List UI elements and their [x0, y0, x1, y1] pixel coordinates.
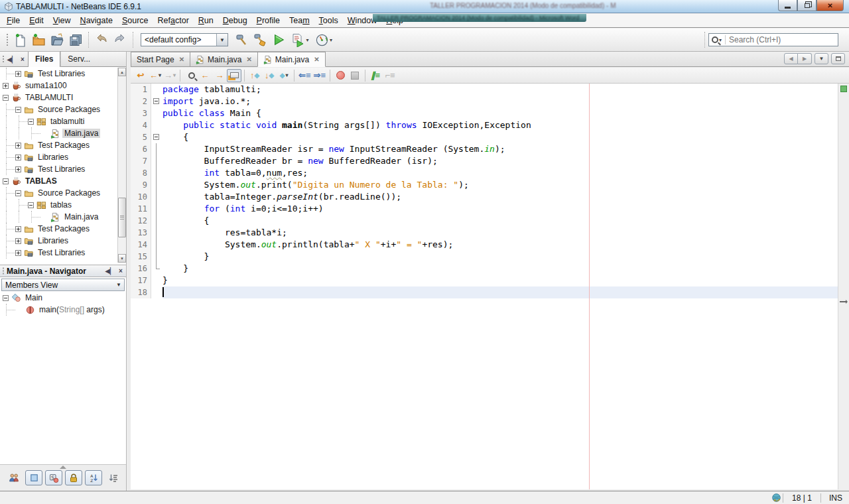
comment-button[interactable]: ∥≡ [368, 69, 383, 82]
code-line-7[interactable]: 7 BufferedReader br = new BufferedReader… [131, 155, 849, 167]
tree-item-node[interactable]: Main [0, 292, 126, 304]
undo-button[interactable] [92, 31, 111, 49]
editor-tab-main-java[interactable]: Main.java✕ [257, 52, 326, 67]
fold-column[interactable] [151, 131, 163, 143]
next-error-button[interactable] [333, 69, 348, 82]
tree-item-libraries[interactable]: Libraries [0, 151, 126, 163]
expand-icon[interactable] [15, 250, 21, 256]
new-project-button[interactable] [29, 31, 48, 49]
save-all-button[interactable] [66, 31, 85, 49]
shift-left-button[interactable]: ⇐≡ [297, 69, 312, 82]
menu-refactor[interactable]: Refactor [153, 14, 194, 27]
tree-item-tablas[interactable]: tablas [0, 199, 126, 211]
menu-file[interactable]: File [2, 14, 25, 27]
show-static-members-button[interactable] [45, 470, 62, 485]
open-project-button[interactable] [48, 31, 66, 49]
config-dropdown-arrow-icon[interactable]: ▼ [216, 34, 228, 46]
code-line-4[interactable]: 4 public static void main(String args[])… [131, 119, 849, 131]
code-text[interactable] [163, 286, 849, 298]
code-line-5[interactable]: 5 { [131, 131, 849, 143]
redo-button[interactable] [111, 31, 129, 49]
previous-bookmark-button[interactable]: ↑◆ [247, 69, 262, 82]
code-text[interactable]: for (int i=0;i<=10;i++) [163, 203, 849, 215]
find-selection-button[interactable] [183, 69, 198, 82]
code-line-6[interactable]: 6 InputStreamReader isr = new InputStrea… [131, 143, 849, 155]
code-text[interactable]: public class Main { [163, 107, 849, 119]
uncomment-button[interactable]: ⌐≡ [383, 69, 397, 82]
code-text[interactable]: System.out.println(tabla+" X "+i+" = "+r… [163, 239, 849, 251]
menu-team[interactable]: Team [285, 14, 314, 27]
close-tab-icon[interactable]: ✕ [246, 56, 251, 63]
code-line-2[interactable]: 2import java.io.*; [131, 95, 849, 107]
code-text[interactable]: { [163, 215, 849, 227]
tree-item-libraries[interactable]: Libraries [0, 235, 126, 247]
caret-position-mark[interactable] [840, 301, 846, 302]
fold-column[interactable] [151, 95, 163, 107]
close-panel-icon[interactable]: × [17, 54, 28, 64]
close-tab-icon[interactable]: ✕ [314, 56, 319, 63]
code-text[interactable]: } [163, 263, 849, 275]
code-line-16[interactable]: 16 } [131, 263, 849, 275]
tree-item-test-libraries[interactable]: Test Libraries [0, 68, 126, 80]
expand-icon[interactable] [15, 166, 21, 172]
minimize-navigator-icon[interactable]: ◀▏ [105, 266, 115, 277]
code-line-13[interactable]: 13 res=tabla*i; [131, 227, 849, 239]
code-line-17[interactable]: 17} [131, 275, 849, 286]
code-line-11[interactable]: 11 for (int i=0;i<=10;i++) [131, 203, 849, 215]
config-combobox[interactable]: <default config> ▼ [141, 33, 228, 46]
navigator-view-select[interactable]: Members View ▼ [1, 279, 125, 291]
search-icon[interactable] [712, 36, 718, 43]
search-scope-arrow-icon[interactable]: ▾ [719, 37, 722, 43]
collapse-icon[interactable] [28, 202, 34, 208]
tree-item-source-packages[interactable]: Source Packages [0, 187, 126, 199]
last-edit-position-button[interactable]: ↩ [133, 69, 148, 82]
code-editor[interactable]: 1package tablamulti;2import java.io.*;3p… [131, 84, 849, 489]
menu-view[interactable]: View [48, 14, 76, 27]
code-line-18[interactable]: 18 [131, 286, 849, 298]
editor-tab-start-page[interactable]: Start Page✕ [131, 52, 190, 66]
expand-icon[interactable] [15, 71, 21, 77]
close-navigator-icon[interactable]: × [115, 266, 126, 277]
menu-run[interactable]: Run [194, 14, 218, 27]
code-line-1[interactable]: 1package tablamulti; [131, 84, 849, 95]
code-text[interactable]: public static void main(String args[]) t… [163, 119, 849, 131]
maximize-editor-icon[interactable] [831, 53, 845, 64]
tree-item-node[interactable]: main(String[] args) [0, 304, 126, 316]
collapse-icon[interactable] [28, 119, 34, 125]
collapse-icon[interactable] [15, 107, 21, 113]
expand-icon[interactable] [15, 155, 21, 160]
show-fields-button[interactable] [25, 470, 42, 485]
code-line-3[interactable]: 3public class Main { [131, 107, 849, 119]
menu-debug[interactable]: Debug [218, 14, 252, 27]
collapse-icon[interactable] [3, 295, 9, 301]
code-text[interactable]: InputStreamReader isr = new InputStreamR… [163, 143, 849, 155]
tree-item-tablamulti[interactable]: tablamulti [0, 115, 126, 127]
editor-tab-main-java[interactable]: Main.java✕ [190, 52, 258, 66]
code-text[interactable]: } [163, 275, 849, 286]
menu-profile[interactable]: Profile [252, 14, 285, 27]
tree-item-tablamulti[interactable]: TABLAMULTI [0, 92, 126, 103]
menu-tools[interactable]: Tools [314, 14, 343, 27]
expand-icon[interactable] [15, 143, 21, 149]
find-next-button[interactable]: → [212, 69, 227, 82]
stop-macro-button[interactable] [348, 69, 362, 82]
collapse-icon[interactable] [3, 95, 9, 101]
build-project-button[interactable] [232, 31, 251, 49]
run-project-button[interactable] [269, 31, 288, 49]
splitter-grip-icon[interactable] [60, 466, 66, 469]
toggle-bookmark-button[interactable]: ◆▾ [277, 69, 291, 82]
debug-project-button[interactable]: ▾ [288, 31, 312, 49]
tree-scrollbar[interactable]: ▲ ▼ [117, 68, 126, 263]
sort-alphabetically-button[interactable] [85, 470, 102, 485]
show-inherited-members-button[interactable] [5, 470, 23, 485]
forward-button[interactable]: →▾ [163, 69, 177, 82]
profile-project-button[interactable]: ▾ [312, 31, 336, 49]
navigator-view-arrow-icon[interactable]: ▼ [113, 279, 124, 290]
code-line-14[interactable]: 14 System.out.println(tabla+" X "+i+" = … [131, 239, 849, 251]
error-stripe[interactable] [838, 84, 849, 489]
code-text[interactable]: package tablamulti; [163, 84, 849, 95]
expand-icon[interactable] [15, 226, 21, 232]
code-text[interactable]: import java.io.*; [163, 95, 849, 107]
menu-source[interactable]: Source [117, 14, 153, 27]
restore-button[interactable] [797, 0, 816, 11]
